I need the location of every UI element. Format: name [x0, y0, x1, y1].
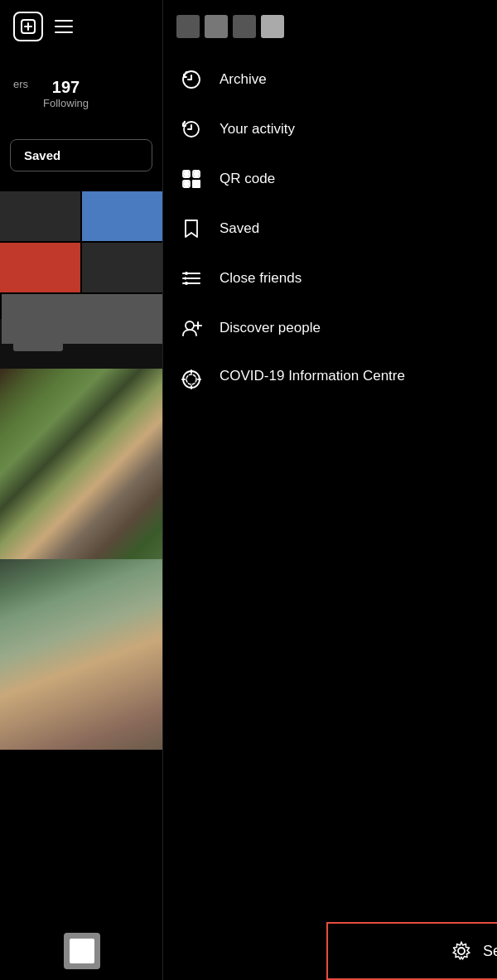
qr-label: QR code	[220, 171, 275, 187]
svg-point-18	[185, 282, 188, 285]
following-number: 197	[52, 78, 80, 97]
discover-label: Discover people	[220, 320, 321, 336]
gray-block	[13, 336, 63, 351]
left-panel: ers 197 Following Saved	[0, 0, 163, 980]
svg-marker-19	[185, 277, 188, 280]
menu-item-saved[interactable]: Saved	[163, 204, 497, 253]
activity-icon	[180, 118, 203, 141]
menu-item-your-activity[interactable]: Your activity	[163, 104, 497, 154]
covid-label: COVID-19 Information Centre	[220, 366, 405, 386]
menu-item-qr-code[interactable]: QR code	[163, 154, 497, 204]
svg-rect-5	[185, 172, 188, 176]
saved-label: Saved	[220, 220, 259, 237]
stats-row: ers 197 Following	[0, 53, 162, 126]
svg-point-20	[186, 321, 194, 330]
menu-item-archive[interactable]: Archive	[163, 55, 497, 104]
close-friends-icon	[180, 267, 203, 290]
menu-item-discover-people[interactable]: Discover people	[163, 303, 497, 353]
archive-label: Archive	[220, 71, 267, 88]
svg-point-17	[185, 272, 188, 275]
grid-cell-3[interactable]	[0, 243, 80, 292]
profile-nav-icon[interactable]	[64, 933, 100, 969]
discover-icon	[180, 316, 203, 340]
saved-button-label: Saved	[24, 148, 60, 162]
square-3	[233, 15, 256, 38]
top-squares-row	[163, 0, 497, 48]
right-panel: Archive Your activity	[163, 0, 497, 980]
square-4	[261, 15, 284, 38]
close-friends-label: Close friends	[220, 270, 302, 287]
profile-icon-inner	[70, 939, 94, 963]
following-stat[interactable]: 197 Following	[43, 78, 89, 109]
settings-label: Settings	[483, 943, 497, 960]
svg-point-24	[186, 374, 196, 384]
left-header	[0, 0, 162, 53]
large-image-2[interactable]	[0, 559, 163, 750]
followers-label: ers	[13, 78, 28, 90]
following-label: Following	[43, 97, 89, 109]
new-post-button[interactable]	[13, 12, 43, 41]
square-1	[176, 15, 200, 38]
svg-rect-9	[185, 182, 188, 186]
menu-item-covid[interactable]: COVID-19 Information Centre	[163, 353, 497, 404]
bottom-nav-left	[0, 922, 163, 980]
menu-list: Archive Your activity	[163, 48, 497, 411]
svg-rect-13	[196, 184, 200, 187]
saved-button[interactable]: Saved	[10, 139, 152, 171]
square-2	[205, 15, 228, 38]
grid-cell-2[interactable]	[82, 191, 162, 241]
covid-icon	[180, 368, 203, 391]
saved-icon	[180, 217, 203, 240]
activity-label: Your activity	[220, 121, 295, 138]
menu-item-close-friends[interactable]: Close friends	[163, 253, 497, 303]
settings-bar[interactable]: Settings	[326, 922, 497, 980]
archive-icon	[180, 68, 203, 91]
settings-icon	[450, 939, 473, 963]
grid-cell-1[interactable]	[0, 191, 80, 241]
svg-point-29	[458, 948, 465, 954]
svg-rect-7	[195, 172, 198, 176]
menu-button[interactable]	[55, 20, 73, 33]
image-grid	[0, 185, 162, 319]
qr-icon	[180, 167, 203, 191]
grid-cell-4[interactable]	[82, 243, 162, 292]
large-image-1[interactable]	[0, 369, 163, 559]
